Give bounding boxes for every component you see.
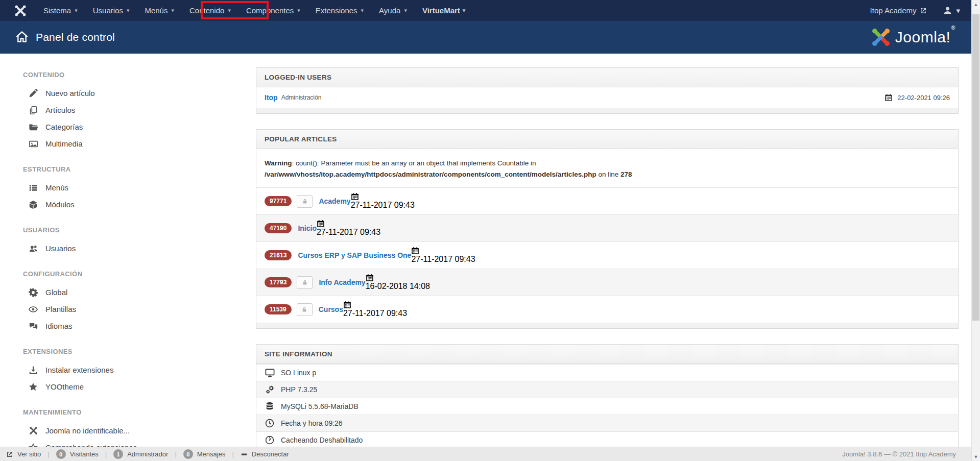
sidebar-item-label: Usuarios (45, 244, 76, 253)
divider: | (175, 450, 176, 458)
menu-menus[interactable]: Menús▾ (137, 0, 182, 21)
sidebar-item-yootheme[interactable]: YOOtheme (23, 378, 256, 395)
sidebar-section-extensiones: EXTENSIONES Instalar extensiones YOOthem… (23, 348, 256, 395)
user-menu[interactable]: ▾ (943, 6, 960, 15)
sidebar-item-articulos[interactable]: Artículos (23, 102, 256, 118)
menu-componentes[interactable]: Componentes▾ (238, 0, 308, 21)
sidebar-item-label: Menús (45, 183, 68, 192)
joomla-icon (28, 426, 39, 435)
joomla-brand-icon[interactable] (14, 4, 28, 17)
messages-counter[interactable]: 0 Mensajes (183, 449, 226, 459)
site-info-row: Cacheando Deshabilitado (256, 431, 958, 448)
section-heading: EXTENSIONES (23, 348, 256, 355)
hits-badge: 21613 (265, 250, 292, 260)
main-area: LOGGED-IN USERS Itop Administración 22-0… (256, 54, 959, 461)
warning-label: Warning (265, 159, 292, 167)
image-icon (28, 139, 39, 149)
page-title: Panel de control (36, 31, 115, 43)
admins-counter[interactable]: 1 Administrador (113, 449, 168, 459)
scroll-down-arrow-icon[interactable]: ▼ (972, 452, 980, 461)
copy-icon (28, 106, 39, 115)
article-row: 17793 Info Academy 16-02-2018 14:08 (256, 269, 958, 296)
article-date: 27-11-2017 09:43 (411, 255, 475, 263)
article-link[interactable]: Cursos (319, 305, 343, 313)
version-copyright: Joomla! 3.8.6 — © 2021 Itop Academy (842, 450, 965, 458)
menu-ayuda[interactable]: Ayuda▾ (371, 0, 415, 21)
sidebar-item-idiomas[interactable]: Idiomas (23, 318, 256, 334)
lock-button[interactable] (297, 276, 313, 289)
sidebar-section-estructura: ESTRUCTURA Menús Módulos (23, 165, 256, 213)
sidebar-item-label: Instalar extensiones (45, 366, 113, 374)
warning-text: : count(): Parameter must be an array or… (292, 159, 536, 167)
sidebar-item-multimedia[interactable]: Multimedia (23, 135, 256, 152)
menu-label: Sistema (43, 6, 71, 15)
sidebar-item-global[interactable]: Global (23, 284, 256, 301)
section-heading: CONFIGURACIÓN (23, 270, 256, 278)
minus-icon (241, 451, 248, 458)
menu-contenido[interactable]: Contenido▾ (182, 0, 238, 21)
logged-in-users-panel: LOGGED-IN USERS Itop Administración 22-0… (256, 67, 959, 114)
panel-footer (256, 323, 958, 328)
scrollbar-thumb[interactable] (972, 14, 979, 321)
article-row: 97771 Academy 27-11-2017 09:43 (256, 187, 958, 214)
menu-label: Extensiones (316, 6, 357, 15)
cube-icon (28, 200, 39, 209)
view-site-link[interactable]: Ver sitio (6, 450, 41, 458)
article-link[interactable]: Inicio (298, 224, 317, 232)
sidebar-item-modulos[interactable]: Módulos (23, 196, 256, 213)
panel-footer (256, 108, 958, 113)
logout-link[interactable]: Desconectar (241, 450, 289, 458)
site-name-link[interactable]: Itop Academy (870, 6, 927, 15)
section-heading: USUARIOS (23, 226, 256, 234)
page-header: Panel de control Joomla!® (0, 21, 971, 54)
menu-label: Contenido (189, 6, 224, 15)
warning-suffix: on line (596, 171, 620, 178)
comments-icon (28, 322, 39, 331)
calendar-icon (317, 220, 380, 228)
menu-extensiones[interactable]: Extensiones▾ (308, 0, 371, 21)
site-info-row: PHP 7.3.25 (256, 381, 958, 398)
lock-button[interactable] (297, 303, 313, 316)
sidebar-section-configuracion: CONFIGURACIÓN Global Plantillas Idiomas (23, 270, 256, 334)
article-link[interactable]: Academy (319, 197, 350, 205)
site-info-row: Fecha y hora 09:26 (256, 415, 958, 431)
sidebar-item-plantillas[interactable]: Plantillas (23, 301, 256, 318)
joomla-logo-text: Joomla!® (895, 29, 955, 46)
sidebar-item-label: YOOtheme (45, 382, 84, 391)
calendar-icon (343, 301, 407, 309)
warning-path: /var/www/vhosts/itop.academy/httpdocs/ad… (265, 171, 596, 178)
messages-label: Mensajes (197, 450, 226, 458)
sidebar-item-nuevo-articulo[interactable]: Nuevo artículo (23, 85, 256, 102)
sidebar: CONTENIDO Nuevo artículo Artículos Categ… (23, 54, 256, 461)
monitor-icon (265, 368, 275, 377)
article-link[interactable]: Info Academy (319, 278, 365, 286)
visitors-counter[interactable]: 0 Visitantes (56, 449, 99, 459)
sidebar-item-menus[interactable]: Menús (23, 179, 256, 196)
menu-label: VirtueMart (422, 6, 460, 15)
sidebar-item-instalar-extensiones[interactable]: Instalar extensiones (23, 361, 256, 378)
sidebar-item-usuarios[interactable]: Usuarios (23, 240, 256, 257)
view-site-label: Ver sitio (17, 450, 41, 458)
hits-badge: 11539 (265, 304, 292, 314)
menu-sistema[interactable]: Sistema▾ (36, 0, 85, 21)
vertical-scrollbar[interactable]: ▲ ▼ (971, 0, 980, 461)
user-icon (943, 6, 952, 15)
caret-down-icon: ▾ (75, 7, 78, 14)
scroll-up-arrow-icon[interactable]: ▲ (972, 0, 980, 9)
lock-icon (302, 279, 308, 285)
download-icon (28, 366, 39, 375)
sidebar-item-joomla-no-identificable[interactable]: Joomla no identificable... (23, 422, 256, 439)
eye-icon (28, 305, 39, 314)
sidebar-item-categorias[interactable]: Categorías (23, 118, 256, 135)
section-heading: MANTENIMIENTO (23, 408, 256, 416)
menu-label: Menús (145, 6, 168, 15)
sidebar-item-label: Categorías (45, 123, 83, 131)
menu-virtuemart[interactable]: VirtueMart▾ (415, 0, 473, 21)
lock-button[interactable] (297, 195, 313, 208)
article-link[interactable]: Cursos ERP y SAP Business One (298, 251, 411, 259)
user-name-link[interactable]: Itop (265, 93, 278, 102)
sidebar-item-label: Artículos (45, 106, 75, 114)
sidebar-item-label: Multimedia (45, 139, 83, 148)
sidebar-item-label: Nuevo artículo (45, 89, 95, 98)
menu-usuarios[interactable]: Usuarios▾ (85, 0, 137, 21)
